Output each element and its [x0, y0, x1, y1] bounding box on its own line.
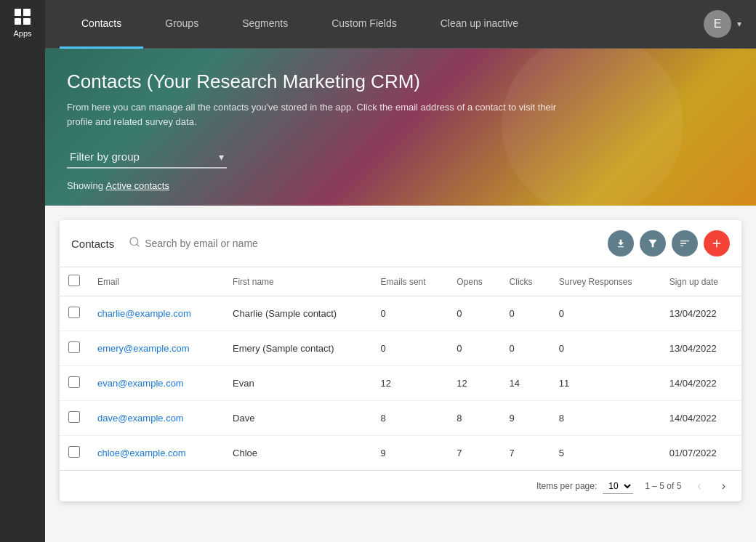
- row-email: dave@example.com: [89, 401, 224, 436]
- row-survey-responses: 11: [550, 366, 661, 401]
- row-survey-responses: 5: [550, 436, 661, 471]
- row-opens: 0: [448, 331, 500, 366]
- col-opens: Opens: [448, 267, 500, 296]
- items-per-page: Items per page: 10 25 50: [536, 479, 633, 494]
- row-checkbox-cell: [60, 331, 89, 366]
- email-link[interactable]: evan@example.com: [97, 378, 184, 389]
- row-emails-sent: 0: [372, 331, 449, 366]
- filter-section: Filter by group ▾: [67, 146, 734, 169]
- user-avatar[interactable]: E: [704, 10, 731, 38]
- select-all-header: [60, 267, 89, 296]
- add-contact-button[interactable]: [704, 230, 730, 256]
- main-content: Contacts Groups Segments Custom Fields C…: [45, 0, 756, 542]
- download-button[interactable]: [608, 230, 634, 256]
- row-clicks: 7: [501, 436, 550, 471]
- hero-section: Contacts (Your Research Marketing CRM) F…: [45, 49, 756, 206]
- items-per-page-label: Items per page:: [536, 481, 597, 491]
- row-checkbox-cell: [60, 401, 89, 436]
- row-checkbox-cell: [60, 436, 89, 471]
- tab-groups[interactable]: Groups: [143, 0, 220, 49]
- row-email: chloe@example.com: [89, 436, 224, 471]
- row-first-name: Evan: [224, 366, 371, 401]
- sidebar-item-apps[interactable]: Apps: [13, 9, 31, 38]
- col-first-name: First name: [224, 267, 371, 296]
- contacts-section: Contacts: [45, 206, 756, 542]
- row-checkbox-cell: [60, 366, 89, 401]
- table-toolbar: Contacts: [60, 220, 741, 267]
- row-checkbox[interactable]: [68, 446, 80, 458]
- filter-by-group-dropdown[interactable]: Filter by group ▾: [67, 146, 227, 169]
- row-checkbox[interactable]: [68, 307, 80, 318]
- email-link[interactable]: dave@example.com: [97, 413, 184, 424]
- row-clicks: 0: [501, 296, 550, 331]
- row-sign-up-date: 13/04/2022: [661, 296, 741, 331]
- prev-page-button[interactable]: ‹: [693, 478, 705, 494]
- sort-button[interactable]: [672, 230, 698, 256]
- apps-grid-icon: [15, 9, 31, 25]
- pagination: Items per page: 10 25 50 1 – 5 of 5 ‹ ›: [60, 470, 741, 501]
- table-row: chloe@example.com Chloe 9 7 7 5 01/07/20…: [60, 436, 741, 471]
- top-navigation: Contacts Groups Segments Custom Fields C…: [45, 0, 756, 49]
- contacts-card: Contacts: [60, 220, 741, 501]
- row-clicks: 9: [501, 401, 550, 436]
- col-clicks: Clicks: [501, 267, 550, 296]
- row-first-name: Chloe: [224, 436, 371, 471]
- contacts-table: Email First name Emails sent Opens Click…: [60, 267, 741, 470]
- nav-tabs: Contacts Groups Segments Custom Fields C…: [60, 0, 704, 49]
- next-page-button[interactable]: ›: [717, 478, 730, 494]
- col-email: Email: [89, 267, 224, 296]
- active-contacts-link[interactable]: Active contacts: [105, 180, 169, 191]
- row-sign-up-date: 13/04/2022: [661, 331, 741, 366]
- active-contacts-label: Showing Active contacts: [67, 180, 734, 191]
- row-survey-responses: 0: [550, 296, 661, 331]
- row-survey-responses: 8: [550, 401, 661, 436]
- per-page-select[interactable]: 10 25 50: [603, 479, 633, 494]
- tab-clean-up-inactive[interactable]: Clean up inactive: [419, 0, 540, 49]
- email-link[interactable]: chloe@example.com: [97, 448, 186, 458]
- search-wrapper: [129, 236, 599, 251]
- row-opens: 0: [448, 296, 500, 331]
- row-clicks: 0: [501, 331, 550, 366]
- row-emails-sent: 0: [372, 296, 449, 331]
- row-checkbox[interactable]: [68, 411, 80, 423]
- search-input[interactable]: [145, 238, 599, 249]
- row-checkbox[interactable]: [68, 341, 80, 353]
- email-link[interactable]: charlie@example.com: [97, 308, 191, 319]
- filter-chevron-icon: ▾: [219, 151, 224, 163]
- row-first-name: Emery (Sample contact): [224, 331, 371, 366]
- row-sign-up-date: 14/04/2022: [661, 366, 741, 401]
- row-sign-up-date: 14/04/2022: [661, 401, 741, 436]
- page-title: Contacts (Your Research Marketing CRM): [67, 70, 734, 93]
- table-row: dave@example.com Dave 8 8 9 8 14/04/2022: [60, 401, 741, 436]
- user-dropdown-arrow[interactable]: ▾: [737, 19, 741, 29]
- contacts-table-body: charlie@example.com Charlie (Sample cont…: [60, 296, 741, 471]
- svg-line-1: [137, 244, 139, 246]
- row-emails-sent: 12: [372, 366, 449, 401]
- col-emails-sent: Emails sent: [372, 267, 449, 296]
- row-email: charlie@example.com: [89, 296, 224, 331]
- row-opens: 12: [448, 366, 500, 401]
- row-first-name: Charlie (Sample contact): [224, 296, 371, 331]
- row-emails-sent: 8: [372, 401, 449, 436]
- filter-by-group-wrapper: Filter by group ▾: [67, 146, 227, 169]
- tab-contacts[interactable]: Contacts: [60, 0, 143, 49]
- table-row: charlie@example.com Charlie (Sample cont…: [60, 296, 741, 331]
- filter-button[interactable]: [640, 230, 666, 256]
- contacts-table-title: Contacts: [71, 238, 114, 250]
- row-checkbox-cell: [60, 296, 89, 331]
- toolbar-actions: [608, 230, 730, 256]
- tab-custom-fields[interactable]: Custom Fields: [310, 0, 418, 49]
- sidebar: Apps: [0, 0, 45, 542]
- filter-label: Filter by group: [70, 150, 140, 163]
- row-email: emery@example.com: [89, 331, 224, 366]
- email-link[interactable]: emery@example.com: [97, 343, 190, 354]
- col-sign-up-date: Sign up date: [661, 267, 741, 296]
- row-email: evan@example.com: [89, 366, 224, 401]
- page-info: 1 – 5 of 5: [645, 481, 681, 491]
- select-all-checkbox[interactable]: [68, 275, 80, 286]
- table-row: evan@example.com Evan 12 12 14 11 14/04/…: [60, 366, 741, 401]
- search-icon: [129, 236, 140, 251]
- tab-segments[interactable]: Segments: [220, 0, 310, 49]
- row-clicks: 14: [501, 366, 550, 401]
- row-checkbox[interactable]: [68, 376, 80, 388]
